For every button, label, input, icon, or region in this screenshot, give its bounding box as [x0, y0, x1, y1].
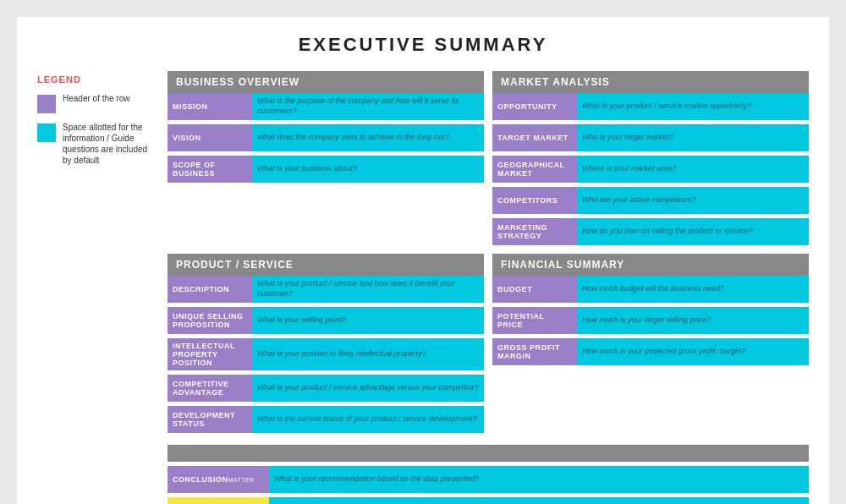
- table-row: COMPETITORS Who are your active competit…: [492, 187, 809, 214]
- legend-title: LEGEND: [37, 74, 156, 85]
- comp-advantage-value: What is your product / service advantage…: [252, 375, 484, 402]
- competitors-value: Who are your active competitors?: [577, 187, 809, 214]
- table-row: INTELLECTUAL PROPERTY POSITION What is y…: [168, 338, 484, 370]
- legend-panel: LEGEND Header of the row Space allotted …: [37, 71, 156, 504]
- financial-summary-rows: BUDGET How much budget will the business…: [492, 276, 809, 365]
- financial-summary-block: FINANCIAL SUMMARY BUDGET How much budget…: [492, 254, 809, 433]
- legend-text-cyan: Space allotted for the information / Gui…: [63, 122, 156, 166]
- comp-advantage-label: COMPETITIVE ADVANTAGE: [168, 375, 252, 402]
- table-row: DEVELOPMENT STATUS What is the current s…: [168, 406, 484, 433]
- business-overview-block: BUSINESS OVERVIEW MISSION What is the pu…: [168, 71, 484, 245]
- bottom-rows: CONCLUSION Matter What is your recommend…: [168, 462, 809, 504]
- product-service-header: PRODUCT / SERVICE: [168, 254, 484, 276]
- conclusion-label-note: Matter: [228, 477, 255, 483]
- table-row: MARKETING STRATEGY How do you plan on se…: [492, 218, 809, 245]
- business-overview-header: BUSINESS OVERVIEW: [168, 71, 484, 93]
- gross-profit-value: How much is your projected gross profit …: [577, 338, 809, 365]
- product-service-block: PRODUCT / SERVICE DESCRIPTION What is yo…: [168, 254, 484, 433]
- business-overview-rows: MISSION What is the purpose of the compa…: [168, 93, 484, 183]
- budget-label: BUDGET: [492, 276, 577, 303]
- marketing-strategy-label: MARKETING STRATEGY: [492, 218, 577, 245]
- legend-item-purple: Header of the row: [37, 93, 156, 113]
- contact-value: Who to contact for any inquiry about thi…: [269, 497, 809, 504]
- table-row: UNIQUE SELLING PROPOSITION What is your …: [168, 307, 484, 334]
- middle-two-col: PRODUCT / SERVICE DESCRIPTION What is yo…: [168, 254, 809, 433]
- bottom-divider-header: [168, 445, 809, 462]
- description-label: DESCRIPTION: [168, 276, 252, 303]
- legend-item-cyan: Space allotted for the information / Gui…: [37, 122, 156, 166]
- page-wrapper: EXECUTIVE SUMMARY LEGEND Header of the r…: [17, 17, 829, 504]
- ipp-value: What is your position in filing intellec…: [252, 338, 484, 370]
- market-analysis-header: MARKET ANALYSIS: [492, 71, 809, 93]
- target-market-value: Who is your target market?: [577, 124, 809, 151]
- geo-market-value: Where is your market area?: [577, 156, 809, 183]
- table-row: GROSS PROFIT MARGIN How much is your pro…: [492, 338, 809, 365]
- gross-profit-label: GROSS PROFIT MARGIN: [492, 338, 577, 365]
- description-value: What is your product / service and how d…: [252, 276, 484, 303]
- dev-status-value: What is the current status of your produ…: [252, 406, 484, 433]
- table-row: TARGET MARKET Who is your target market?: [492, 124, 809, 151]
- usp-value: What is your selling point?: [252, 307, 484, 334]
- potential-price-value: How much is your target selling price?: [577, 307, 809, 334]
- table-row: SCOPE OF BUSINESS What is your business …: [168, 156, 484, 183]
- product-service-rows: DESCRIPTION What is your product / servi…: [168, 276, 484, 433]
- opportunity-label: OPPORTUNITY: [492, 93, 577, 120]
- table-row: DESCRIPTION What is your product / servi…: [168, 276, 484, 303]
- market-analysis-block: MARKET ANALYSIS OPPORTUNITY What is your…: [492, 71, 809, 245]
- market-analysis-rows: OPPORTUNITY What is your product / servi…: [492, 93, 809, 245]
- table-row: COMPETITIVE ADVANTAGE What is your produ…: [168, 375, 484, 402]
- bottom-section: CONCLUSION Matter What is your recommend…: [168, 445, 809, 504]
- marketing-strategy-value: How do you plan on selling the product o…: [577, 218, 809, 245]
- table-row: OPPORTUNITY What is your product / servi…: [492, 93, 809, 120]
- table-row: BUDGET How much budget will the business…: [492, 276, 809, 303]
- budget-value: How much budget will the business need?: [577, 276, 809, 303]
- table-row: POTENTIAL PRICE How much is your target …: [492, 307, 809, 334]
- table-row: CONCLUSION Matter What is your recommend…: [168, 466, 809, 493]
- opportunity-value: What is your product / service market op…: [577, 93, 809, 120]
- vision-value: What does the company aims to achieve in…: [252, 124, 484, 151]
- legend-text-purple: Header of the row: [63, 93, 130, 104]
- table-row: GEOGRAPHICAL MARKET Where is your market…: [492, 156, 809, 183]
- contact-label: CONTACT INFORMATION: [168, 497, 269, 504]
- potential-price-label: POTENTIAL PRICE: [492, 307, 577, 334]
- dev-status-label: DEVELOPMENT STATUS: [168, 406, 252, 433]
- top-two-col: BUSINESS OVERVIEW MISSION What is the pu…: [168, 71, 809, 245]
- legend-swatch-purple: [37, 95, 56, 113]
- conclusion-label-text: CONCLUSION: [173, 475, 228, 484]
- usp-label: UNIQUE SELLING PROPOSITION: [168, 307, 252, 334]
- conclusion-label: CONCLUSION Matter: [168, 466, 269, 493]
- table-row: MISSION What is the purpose of the compa…: [168, 93, 484, 120]
- scope-value: What is your business about?: [252, 156, 484, 183]
- mission-label: MISSION: [168, 93, 252, 120]
- financial-summary-header: FINANCIAL SUMMARY: [492, 254, 809, 276]
- target-market-label: TARGET MARKET: [492, 124, 577, 151]
- main-content: BUSINESS OVERVIEW MISSION What is the pu…: [168, 71, 809, 504]
- table-row: VISION What does the company aims to ach…: [168, 124, 484, 151]
- page-title: EXECUTIVE SUMMARY: [37, 34, 809, 56]
- vision-label: VISION: [168, 124, 252, 151]
- content-area: LEGEND Header of the row Space allotted …: [37, 71, 809, 504]
- mission-value: What is the purpose of the company and h…: [252, 93, 484, 120]
- conclusion-value: What is your recommendation based on the…: [269, 466, 809, 493]
- geo-market-label: GEOGRAPHICAL MARKET: [492, 156, 577, 183]
- scope-label: SCOPE OF BUSINESS: [168, 156, 252, 183]
- legend-swatch-cyan: [37, 123, 56, 142]
- competitors-label: COMPETITORS: [492, 187, 577, 214]
- table-row: CONTACT INFORMATION Who to contact for a…: [168, 497, 809, 504]
- ipp-label: INTELLECTUAL PROPERTY POSITION: [168, 338, 252, 370]
